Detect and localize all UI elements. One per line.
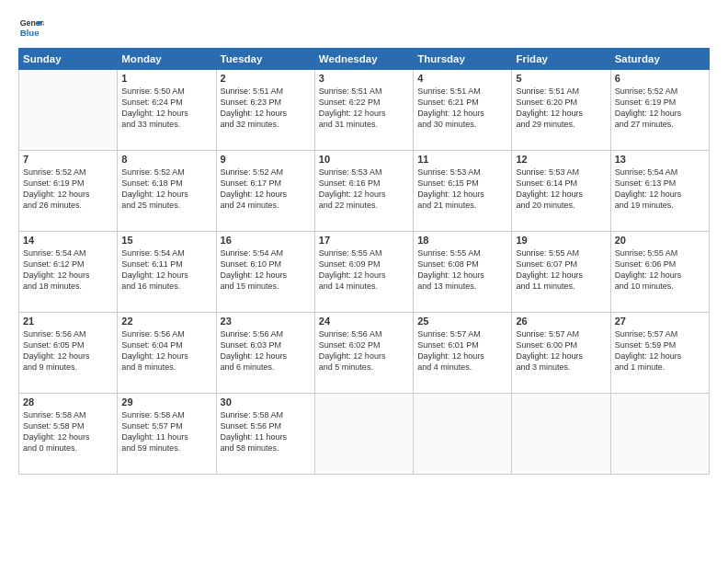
calendar-cell: 30Sunrise: 5:58 AM Sunset: 5:56 PM Dayli…: [216, 394, 314, 475]
svg-text:Blue: Blue: [20, 28, 40, 38]
week-row-5: 28Sunrise: 5:58 AM Sunset: 5:58 PM Dayli…: [19, 394, 710, 475]
logo-icon: General Blue: [18, 15, 44, 40]
day-info: Sunrise: 5:53 AM Sunset: 6:14 PM Dayligh…: [516, 167, 606, 212]
day-number: 14: [23, 235, 113, 246]
calendar-cell: 4Sunrise: 5:51 AM Sunset: 6:21 PM Daylig…: [414, 70, 512, 151]
day-number: 2: [221, 73, 311, 84]
calendar-cell: 9Sunrise: 5:52 AM Sunset: 6:17 PM Daylig…: [216, 151, 314, 232]
day-number: 10: [319, 154, 409, 165]
day-info: Sunrise: 5:52 AM Sunset: 6:19 PM Dayligh…: [615, 86, 705, 131]
day-number: 18: [417, 235, 507, 246]
calendar-cell: 11Sunrise: 5:53 AM Sunset: 6:15 PM Dayli…: [414, 151, 512, 232]
day-number: 5: [516, 73, 606, 84]
day-number: 28: [23, 396, 113, 408]
day-info: Sunrise: 5:51 AM Sunset: 6:20 PM Dayligh…: [516, 86, 606, 131]
day-number: 27: [615, 316, 705, 327]
day-number: 13: [615, 154, 705, 165]
week-row-1: 1Sunrise: 5:50 AM Sunset: 6:24 PM Daylig…: [19, 70, 710, 151]
calendar-cell: 25Sunrise: 5:57 AM Sunset: 6:01 PM Dayli…: [414, 313, 512, 394]
day-number: 11: [417, 154, 507, 165]
day-info: Sunrise: 5:51 AM Sunset: 6:22 PM Dayligh…: [319, 86, 409, 131]
calendar-cell: 2Sunrise: 5:51 AM Sunset: 6:23 PM Daylig…: [216, 70, 314, 151]
weekday-header-thursday: Thursday: [414, 49, 512, 70]
day-number: 4: [417, 73, 507, 84]
calendar-cell: [414, 394, 512, 475]
calendar-table: SundayMondayTuesdayWednesdayThursdayFrid…: [18, 48, 710, 475]
calendar-cell: [314, 394, 413, 475]
day-number: 25: [417, 316, 507, 327]
day-info: Sunrise: 5:54 AM Sunset: 6:13 PM Dayligh…: [615, 167, 705, 212]
calendar-cell: 5Sunrise: 5:51 AM Sunset: 6:20 PM Daylig…: [512, 70, 610, 151]
day-number: 30: [221, 396, 311, 408]
day-info: Sunrise: 5:50 AM Sunset: 6:24 PM Dayligh…: [121, 86, 211, 131]
week-row-4: 21Sunrise: 5:56 AM Sunset: 6:05 PM Dayli…: [19, 313, 710, 394]
day-info: Sunrise: 5:56 AM Sunset: 6:05 PM Dayligh…: [23, 328, 113, 373]
day-number: 21: [23, 316, 113, 327]
weekday-header-row: SundayMondayTuesdayWednesdayThursdayFrid…: [19, 49, 710, 70]
calendar-cell: 6Sunrise: 5:52 AM Sunset: 6:19 PM Daylig…: [610, 70, 709, 151]
day-number: 9: [221, 154, 311, 165]
day-info: Sunrise: 5:51 AM Sunset: 6:21 PM Dayligh…: [417, 86, 507, 131]
day-info: Sunrise: 5:51 AM Sunset: 6:23 PM Dayligh…: [221, 86, 311, 131]
day-info: Sunrise: 5:58 AM Sunset: 5:58 PM Dayligh…: [23, 409, 113, 454]
calendar-cell: 18Sunrise: 5:55 AM Sunset: 6:08 PM Dayli…: [414, 232, 512, 313]
day-number: 26: [516, 316, 606, 327]
day-number: 12: [516, 154, 606, 165]
day-number: 7: [23, 154, 113, 165]
calendar-cell: 27Sunrise: 5:57 AM Sunset: 5:59 PM Dayli…: [610, 313, 709, 394]
day-info: Sunrise: 5:53 AM Sunset: 6:16 PM Dayligh…: [319, 167, 409, 212]
weekday-header-sunday: Sunday: [19, 49, 118, 70]
calendar-cell: 10Sunrise: 5:53 AM Sunset: 6:16 PM Dayli…: [314, 151, 413, 232]
calendar-cell: 12Sunrise: 5:53 AM Sunset: 6:14 PM Dayli…: [512, 151, 610, 232]
calendar-cell: 3Sunrise: 5:51 AM Sunset: 6:22 PM Daylig…: [314, 70, 413, 151]
day-number: 19: [516, 235, 606, 246]
day-number: 22: [121, 316, 211, 327]
day-info: Sunrise: 5:57 AM Sunset: 5:59 PM Dayligh…: [615, 328, 705, 373]
calendar-cell: 19Sunrise: 5:55 AM Sunset: 6:07 PM Dayli…: [512, 232, 610, 313]
weekday-header-tuesday: Tuesday: [216, 49, 314, 70]
day-info: Sunrise: 5:54 AM Sunset: 6:11 PM Dayligh…: [121, 247, 211, 293]
week-row-2: 7Sunrise: 5:52 AM Sunset: 6:19 PM Daylig…: [19, 151, 710, 232]
calendar-cell: 15Sunrise: 5:54 AM Sunset: 6:11 PM Dayli…: [118, 232, 216, 313]
day-number: 6: [615, 73, 705, 84]
day-info: Sunrise: 5:54 AM Sunset: 6:10 PM Dayligh…: [221, 247, 311, 293]
logo: General Blue: [18, 15, 44, 40]
day-number: 8: [121, 154, 211, 165]
weekday-header-friday: Friday: [512, 49, 610, 70]
calendar-cell: [512, 394, 610, 475]
day-info: Sunrise: 5:55 AM Sunset: 6:06 PM Dayligh…: [615, 247, 705, 293]
day-info: Sunrise: 5:56 AM Sunset: 6:04 PM Dayligh…: [121, 328, 211, 373]
calendar-cell: 20Sunrise: 5:55 AM Sunset: 6:06 PM Dayli…: [610, 232, 709, 313]
calendar-cell: [610, 394, 709, 475]
calendar-cell: 26Sunrise: 5:57 AM Sunset: 6:00 PM Dayli…: [512, 313, 610, 394]
day-info: Sunrise: 5:55 AM Sunset: 6:07 PM Dayligh…: [516, 247, 606, 293]
calendar-cell: 16Sunrise: 5:54 AM Sunset: 6:10 PM Dayli…: [216, 232, 314, 313]
day-info: Sunrise: 5:56 AM Sunset: 6:02 PM Dayligh…: [319, 328, 409, 373]
day-info: Sunrise: 5:53 AM Sunset: 6:15 PM Dayligh…: [417, 167, 507, 212]
weekday-header-saturday: Saturday: [610, 49, 709, 70]
calendar-cell: 8Sunrise: 5:52 AM Sunset: 6:18 PM Daylig…: [118, 151, 216, 232]
calendar-cell: 1Sunrise: 5:50 AM Sunset: 6:24 PM Daylig…: [118, 70, 216, 151]
calendar-cell: 29Sunrise: 5:58 AM Sunset: 5:57 PM Dayli…: [118, 394, 216, 475]
day-info: Sunrise: 5:58 AM Sunset: 5:56 PM Dayligh…: [221, 409, 311, 454]
day-info: Sunrise: 5:55 AM Sunset: 6:09 PM Dayligh…: [319, 247, 409, 293]
day-number: 15: [121, 235, 211, 246]
week-row-3: 14Sunrise: 5:54 AM Sunset: 6:12 PM Dayli…: [19, 232, 710, 313]
day-number: 24: [319, 316, 409, 327]
day-info: Sunrise: 5:57 AM Sunset: 6:01 PM Dayligh…: [417, 328, 507, 373]
day-number: 3: [319, 73, 409, 84]
calendar-cell: 22Sunrise: 5:56 AM Sunset: 6:04 PM Dayli…: [118, 313, 216, 394]
calendar-cell: 24Sunrise: 5:56 AM Sunset: 6:02 PM Dayli…: [314, 313, 413, 394]
day-number: 23: [221, 316, 311, 327]
weekday-header-monday: Monday: [118, 49, 216, 70]
day-info: Sunrise: 5:56 AM Sunset: 6:03 PM Dayligh…: [221, 328, 311, 373]
day-info: Sunrise: 5:58 AM Sunset: 5:57 PM Dayligh…: [121, 409, 211, 454]
day-info: Sunrise: 5:55 AM Sunset: 6:08 PM Dayligh…: [417, 247, 507, 293]
calendar-cell: 28Sunrise: 5:58 AM Sunset: 5:58 PM Dayli…: [19, 394, 118, 475]
day-info: Sunrise: 5:52 AM Sunset: 6:17 PM Dayligh…: [221, 167, 311, 212]
weekday-header-wednesday: Wednesday: [314, 49, 413, 70]
day-number: 20: [615, 235, 705, 246]
header: General Blue: [18, 15, 710, 40]
calendar-cell: 23Sunrise: 5:56 AM Sunset: 6:03 PM Dayli…: [216, 313, 314, 394]
calendar-cell: 14Sunrise: 5:54 AM Sunset: 6:12 PM Dayli…: [19, 232, 118, 313]
